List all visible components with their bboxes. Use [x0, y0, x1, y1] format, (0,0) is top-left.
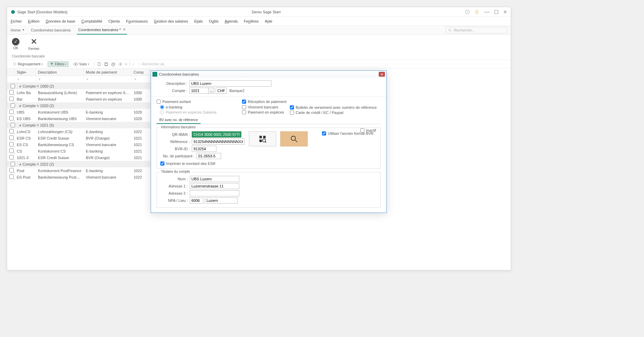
maximize-button[interactable] [494, 10, 498, 14]
tab-close-icon[interactable]: ✕ [123, 27, 126, 32]
qr-iban-input[interactable] [192, 131, 241, 138]
breadcrumb: Coordonnée bancaire [7, 53, 511, 60]
adresse1-input[interactable] [190, 183, 239, 189]
tab-coord-bank[interactable]: Coordonnées bancaires [29, 26, 72, 34]
global-search[interactable]: Recherche... [446, 27, 507, 34]
svg-line-4 [451, 30, 451, 31]
svg-point-13 [263, 139, 266, 142]
table-row[interactable]: LohnCSLohnzahlungen (CS)E-banking1021 [7, 128, 151, 135]
dialog-close-button[interactable]: ✕ [379, 72, 385, 77]
menu-aide[interactable]: Aide [265, 19, 272, 23]
menu-etats[interactable]: Etats [194, 19, 203, 23]
minimize-button[interactable]: — [484, 9, 489, 15]
carte-credit-check[interactable]: Carte de crédit / EC / Paypal [290, 111, 377, 115]
svg-point-8 [75, 63, 76, 64]
table-row[interactable]: ES UBSBanküberweisung UBSVirement bancai… [7, 115, 151, 122]
svg-line-14 [265, 142, 266, 143]
qr-iban-label: QR-IBAN : [160, 132, 190, 137]
col-compte[interactable]: Comp [132, 68, 149, 76]
menu-outils[interactable]: Outils [209, 19, 218, 23]
svg-rect-2 [495, 10, 498, 14]
imprimer-esr-check[interactable]: Imprimer le montant des ESR [160, 161, 377, 166]
regroup-button[interactable]: Regroupement▾ [11, 61, 45, 67]
gear-icon[interactable] [118, 62, 123, 66]
filter-icon[interactable]: ▼ [134, 78, 137, 81]
paiement-especes-check[interactable]: Paiement en espèces [242, 110, 290, 114]
group-row[interactable]: ◢ Compte = 1020 (2) [7, 102, 151, 109]
npa-lieu-label: NPA / Lieu : [160, 198, 188, 203]
menu-agenda[interactable]: Agenda [225, 19, 238, 23]
group-row[interactable]: ◢ Compte = 1022 (2) [7, 161, 151, 167]
col-mode[interactable]: Mode de paiement [84, 68, 132, 76]
dialog-titlebar: Coordonnées bancaires ✕ [151, 71, 386, 78]
paiement-sortant-check[interactable]: Paiement sortant [157, 100, 242, 104]
group-row[interactable]: ◢ Compte = 1021 (5) [7, 122, 151, 128]
menu-edition[interactable]: Edition [28, 19, 40, 23]
subtab-bv-ref[interactable]: BV avec no. de référence [157, 117, 201, 124]
table-row[interactable]: 1021-3ESR Credit SuisseBVR (Orange)1021 [7, 154, 151, 161]
search-placeholder: Recherche... [454, 28, 475, 32]
titulaire-section: Titulaire du compte Nom : Adresse 1 : Ad… [157, 172, 381, 208]
table-row[interactable]: UBSKontokorrent UBSE-banking1020 [7, 109, 151, 115]
table-row[interactable]: PostKontokorrent PostFinanceE-banking102… [7, 167, 151, 174]
adresse2-input[interactable] [190, 190, 239, 196]
dialog-title: Coordonnées bancaires [159, 72, 199, 76]
home-tab[interactable]: Home ▼ [11, 28, 25, 32]
ebanking-radio[interactable]: e-banking [160, 105, 242, 109]
tab-bar: Home ▼ Coordonnées bancaires Coordonnées… [7, 26, 511, 35]
toolbar-search[interactable]: Rechercher da [139, 62, 166, 66]
magnifier-icon [290, 135, 298, 143]
lieu-input[interactable] [205, 197, 238, 204]
help-icon[interactable]: ? [465, 10, 470, 14]
table-row[interactable]: Lohn BaBarauszahlung (Löhne)Paiement en … [7, 89, 151, 96]
filter-icon[interactable]: ▼ [38, 78, 41, 81]
grid-header: Sigle ▴ Description Mode de paiement Com… [7, 68, 151, 76]
table-row[interactable]: CSKontokorrent CSE-banking1021 [7, 148, 151, 154]
description-input[interactable] [189, 80, 271, 87]
table-row[interactable]: BarBarverkaufPaiement en espèces1000 [7, 96, 151, 102]
views-button[interactable]: Vues▾ [71, 62, 91, 67]
menu-fichier[interactable]: Fichier [11, 19, 22, 23]
filter-icon[interactable]: ▼ [17, 78, 20, 81]
compte-name: Banque2 [229, 89, 244, 93]
group-row[interactable]: ◢ Compte = 1000 (2) [7, 83, 151, 89]
bulb-icon[interactable] [474, 10, 479, 14]
compte-input[interactable] [189, 88, 209, 94]
reception-paiement-check[interactable]: Réception de paiement [242, 100, 290, 104]
export-icon[interactable] [97, 62, 101, 66]
qr-slip-preview[interactable] [249, 131, 276, 146]
col-sigle[interactable]: Sigle ▴ [15, 68, 36, 76]
virement-bancaire-check[interactable]: Virement bancaire [242, 105, 290, 109]
close-action-button[interactable]: ✕ Fermer [28, 37, 39, 51]
menu-comptabilite[interactable]: Comptabilité [81, 19, 102, 23]
reference-input[interactable] [192, 139, 245, 145]
participant-input[interactable] [197, 153, 221, 159]
npa-input[interactable] [190, 197, 203, 204]
filter-button[interactable]: Filtres▾ [48, 61, 69, 67]
filter-icon[interactable]: ▼ [86, 78, 89, 81]
orange-slip-preview[interactable] [280, 131, 308, 146]
currency-input[interactable] [216, 88, 227, 94]
menu-donnees[interactable]: Données de base [46, 19, 75, 23]
table-row[interactable]: ES PostBanküberweisung PostFinanceVireme… [7, 174, 151, 180]
col-description[interactable]: Description [36, 68, 84, 76]
document-title: Demo Sage Start [67, 10, 465, 14]
compte-lookup-button[interactable]: ... [208, 88, 214, 94]
menu-clients[interactable]: Clients [108, 19, 120, 23]
menu-fenetres[interactable]: Fenêtres [244, 19, 258, 23]
participant-label: No. de participant : [160, 154, 194, 158]
table-row[interactable]: ESR CSESR Credit SuisseBVR (Orange)1021 [7, 135, 151, 141]
menu-salaires[interactable]: Gestion des salaires [154, 19, 188, 23]
ancien-bvr-check[interactable]: Utiliser l'ancien format BVR [322, 131, 377, 135]
tab-coord-bank-edit[interactable]: Coordonnées bancaires * ✕ [77, 25, 127, 35]
description-label: Description : [157, 81, 187, 86]
bulletin-ref-check[interactable]: Bulletin de versement avec numéro de réf… [290, 105, 377, 109]
nom-input[interactable] [190, 176, 239, 182]
print-icon[interactable] [104, 62, 108, 66]
at-icon[interactable]: @ [111, 62, 116, 67]
ok-button[interactable]: ✓ OK [12, 38, 19, 50]
bvr-id-input[interactable] [192, 146, 216, 152]
close-button[interactable]: ✕ [503, 9, 507, 15]
table-row[interactable]: ES CSBanküberweisung CSVirement bancaire… [7, 141, 151, 148]
menu-fournisseurs[interactable]: Fournisseurs [126, 19, 148, 23]
